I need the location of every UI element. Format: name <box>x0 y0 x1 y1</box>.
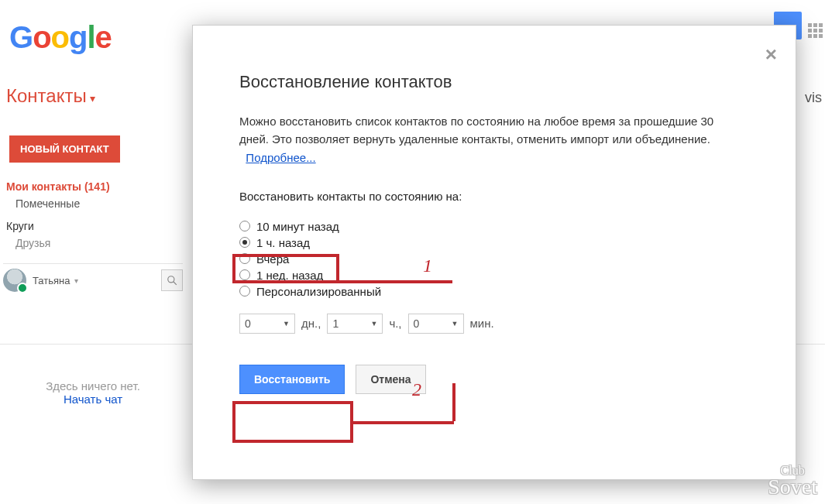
watermark: Club Sovet <box>768 465 817 496</box>
radio-icon <box>239 221 250 231</box>
days-select[interactable]: 0▼ <box>239 314 295 334</box>
cancel-button[interactable]: Отмена <box>356 365 425 394</box>
sidebar-friends[interactable]: Друзья <box>6 235 177 252</box>
dialog-title: Восстановление контактов <box>239 72 749 92</box>
svg-point-0 <box>168 276 174 283</box>
restore-button[interactable]: Восстановить <box>239 365 345 394</box>
sidebar-starred[interactable]: Помеченные <box>6 195 177 212</box>
search-icon <box>167 275 177 286</box>
chevron-down-icon: ▼ <box>283 320 290 327</box>
start-chat-link[interactable]: Начать чат <box>64 393 122 406</box>
user-chip-row: Татьяна▾ <box>3 263 183 292</box>
hours-select[interactable]: 1▼ <box>327 314 383 334</box>
avatar[interactable] <box>3 269 26 292</box>
days-label: дн., <box>301 317 321 330</box>
clipped-text: vis <box>805 90 822 106</box>
restore-options-group: 10 минут назад 1 ч. назад Вчера 1 нед. н… <box>239 218 749 300</box>
dialog-description: Можно восстановить список контактов по с… <box>239 112 735 166</box>
option-1hour[interactable]: 1 ч. назад <box>239 235 749 251</box>
option-custom[interactable]: Персонализированный <box>239 283 749 300</box>
option-10min[interactable]: 10 минут назад <box>239 218 749 235</box>
sidebar-circles[interactable]: Круги <box>6 218 177 235</box>
app-title-dropdown[interactable]: Контакты▾ <box>6 85 95 107</box>
caret-down-icon: ▾ <box>90 92 95 105</box>
caret-down-icon: ▾ <box>74 276 78 285</box>
mins-label: мин. <box>470 317 494 330</box>
mins-select[interactable]: 0▼ <box>408 314 464 334</box>
radio-icon <box>239 253 250 264</box>
search-button[interactable] <box>161 269 183 291</box>
google-logo: Google <box>9 20 112 55</box>
user-name[interactable]: Татьяна▾ <box>33 275 155 286</box>
radio-icon <box>239 269 250 280</box>
option-1week[interactable]: 1 нед. назад <box>239 267 749 283</box>
chevron-down-icon: ▼ <box>370 320 377 327</box>
sidebar-my-contacts[interactable]: Мои контакты (141) <box>6 178 177 195</box>
new-contact-button[interactable]: НОВЫЙ КОНТАКТ <box>9 135 120 163</box>
sidebar: Мои контакты (141) Помеченные Круги Друз… <box>6 178 177 252</box>
radio-icon <box>239 286 250 297</box>
chat-empty-state: Здесь ничего нет. Начать чат <box>15 379 170 406</box>
option-yesterday[interactable]: Вчера <box>239 251 749 267</box>
svg-line-1 <box>174 282 177 285</box>
hours-label: ч., <box>389 317 401 330</box>
restore-contacts-dialog: × Восстановление контактов Можно восстан… <box>192 25 796 480</box>
apps-grid-icon[interactable] <box>808 23 823 39</box>
restore-point-label: Восстановить контакты по состоянию на: <box>239 190 749 203</box>
close-icon[interactable]: × <box>765 44 777 64</box>
radio-icon <box>239 237 250 248</box>
chevron-down-icon: ▼ <box>452 320 459 327</box>
learn-more-link[interactable]: Подробнее... <box>246 151 315 164</box>
custom-time-row: 0▼ дн., 1▼ ч., 0▼ мин. <box>239 314 749 334</box>
